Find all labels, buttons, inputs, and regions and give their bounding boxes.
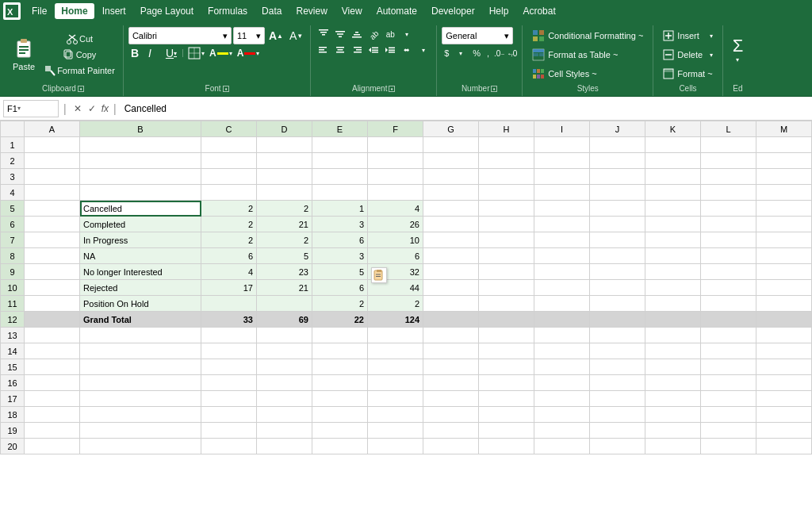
cell[interactable] <box>25 359 80 375</box>
cell[interactable] <box>701 232 756 248</box>
cell[interactable]: 26 <box>368 217 423 232</box>
cell[interactable] <box>368 407 423 423</box>
cell[interactable] <box>479 153 534 169</box>
cell[interactable] <box>645 423 701 439</box>
row-number[interactable]: 20 <box>1 439 25 454</box>
cell[interactable] <box>25 439 80 454</box>
cell[interactable] <box>312 407 368 423</box>
cell[interactable] <box>590 201 645 217</box>
cell[interactable] <box>479 407 534 423</box>
cell[interactable] <box>534 137 590 153</box>
cell[interactable] <box>645 169 701 185</box>
cell[interactable] <box>257 153 312 169</box>
cell[interactable] <box>25 296 80 312</box>
number-format-selector[interactable]: General ▾ <box>442 27 513 44</box>
sigma-button[interactable]: Σ ▾ <box>728 27 749 71</box>
cell[interactable] <box>590 185 645 201</box>
decrease-font-button[interactable]: A▼ <box>287 29 305 43</box>
cell[interactable] <box>590 312 645 328</box>
cell[interactable]: 2 <box>201 217 257 232</box>
menu-item-file[interactable]: File <box>25 3 53 19</box>
menu-item-page-layout[interactable]: Page Layout <box>134 3 200 19</box>
row-number[interactable]: 18 <box>1 407 25 423</box>
cell[interactable] <box>423 423 479 439</box>
cell[interactable] <box>312 185 368 201</box>
cell[interactable] <box>756 391 812 407</box>
cell[interactable] <box>257 439 312 454</box>
delete-cells-button[interactable]: Delete ▾ <box>658 46 717 63</box>
cell[interactable] <box>534 407 590 423</box>
font-name-selector[interactable]: Calibri ▾ <box>128 27 232 44</box>
cell[interactable] <box>756 375 812 391</box>
cell[interactable] <box>590 232 645 248</box>
row-number[interactable]: 19 <box>1 423 25 439</box>
percent-button[interactable]: % <box>470 46 483 60</box>
cell[interactable] <box>756 217 812 232</box>
cell[interactable] <box>534 343 590 359</box>
cell[interactable] <box>534 328 590 343</box>
cell[interactable] <box>701 375 756 391</box>
cell[interactable] <box>201 423 257 439</box>
cell[interactable] <box>701 391 756 407</box>
cell[interactable] <box>257 137 312 153</box>
row-number[interactable]: 16 <box>1 375 25 391</box>
cell[interactable] <box>25 264 80 280</box>
cell[interactable] <box>312 391 368 407</box>
cell[interactable] <box>257 185 312 201</box>
cell[interactable] <box>534 264 590 280</box>
wrap-dropdown-button[interactable]: ▾ <box>399 27 415 41</box>
cell[interactable] <box>645 264 701 280</box>
cell[interactable] <box>80 375 201 391</box>
borders-button[interactable]: ▾ <box>186 46 206 60</box>
cell[interactable] <box>590 248 645 264</box>
cell[interactable] <box>701 296 756 312</box>
cell[interactable]: 2 <box>257 232 312 248</box>
cell[interactable] <box>257 169 312 185</box>
header-e[interactable]: E <box>312 121 368 137</box>
menu-item-formulas[interactable]: Formulas <box>201 3 254 19</box>
cell[interactable] <box>201 359 257 375</box>
cell[interactable] <box>701 359 756 375</box>
cell[interactable] <box>368 185 423 201</box>
merge-center-button[interactable]: ⬌ <box>399 43 415 57</box>
cell[interactable] <box>756 312 812 328</box>
cell[interactable] <box>257 391 312 407</box>
cell[interactable] <box>590 137 645 153</box>
cell[interactable] <box>25 280 80 296</box>
cell[interactable] <box>645 232 701 248</box>
cell[interactable] <box>423 328 479 343</box>
cell[interactable] <box>534 296 590 312</box>
align-middle-button[interactable] <box>332 27 348 41</box>
cell[interactable] <box>645 296 701 312</box>
cell[interactable] <box>756 153 812 169</box>
cell[interactable] <box>25 217 80 232</box>
cell[interactable] <box>756 280 812 296</box>
cell[interactable]: 6 <box>368 248 423 264</box>
cell[interactable] <box>756 232 812 248</box>
cell[interactable]: Rejected <box>80 280 201 296</box>
cell[interactable]: 21 <box>257 217 312 232</box>
cell[interactable] <box>80 169 201 185</box>
cell[interactable]: Grand Total <box>80 312 201 328</box>
cell[interactable] <box>534 312 590 328</box>
cell[interactable] <box>701 264 756 280</box>
cell[interactable] <box>423 169 479 185</box>
cell[interactable] <box>590 169 645 185</box>
header-f[interactable]: F <box>368 121 423 137</box>
cell[interactable] <box>756 169 812 185</box>
align-center-button[interactable] <box>332 43 348 57</box>
font-size-selector[interactable]: 11 ▾ <box>233 27 265 44</box>
accounting-button[interactable]: $ <box>442 46 451 60</box>
cell[interactable] <box>25 391 80 407</box>
cell[interactable] <box>25 153 80 169</box>
cell[interactable]: 6 <box>312 232 368 248</box>
cell[interactable] <box>368 169 423 185</box>
cell[interactable] <box>534 375 590 391</box>
cell[interactable] <box>590 328 645 343</box>
cell[interactable] <box>479 217 534 232</box>
cell[interactable] <box>257 407 312 423</box>
row-number[interactable]: 14 <box>1 343 25 359</box>
cell[interactable] <box>80 185 201 201</box>
cell[interactable] <box>534 439 590 454</box>
fill-color-button[interactable]: A ▾ <box>208 47 234 59</box>
